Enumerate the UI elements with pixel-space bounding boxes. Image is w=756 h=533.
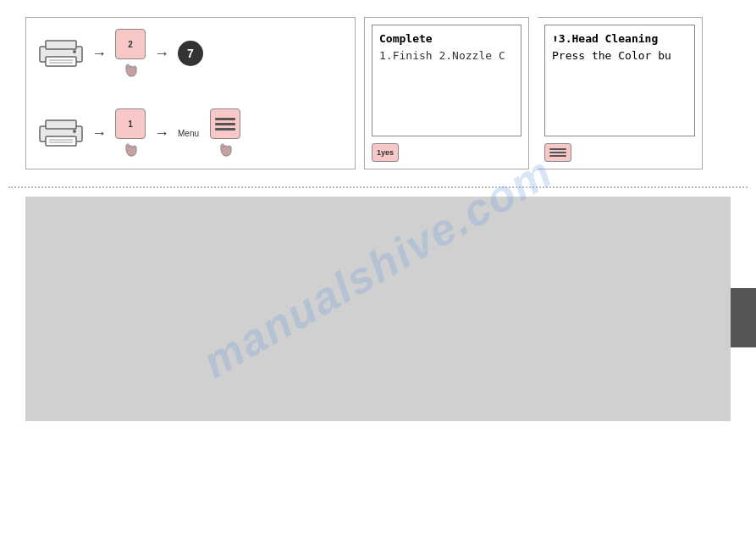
screen-menu-line-3	[549, 155, 566, 157]
bottom-content-area	[25, 197, 731, 421]
screen-line2: 1.Finish 2.Nozzle C	[379, 47, 514, 64]
screen-panel-1: Complete 1.Finish 2.Nozzle C 1yes	[364, 17, 529, 169]
button-1[interactable]: 1	[115, 108, 146, 139]
circle-badge-7: 7	[178, 41, 203, 66]
finger-icon-2	[121, 139, 140, 158]
screen-panel-2: ⬆3.Head Cleaning Press the Color bu	[538, 17, 703, 169]
svg-rect-2	[46, 57, 76, 66]
menu-line-2	[215, 123, 235, 125]
arrow-icon-4: →	[154, 125, 169, 142]
right-sidebar	[731, 288, 756, 347]
screen-btn-1[interactable]: 1yes	[372, 143, 399, 162]
svg-point-5	[73, 50, 76, 53]
screen-line4: Press the Color bu	[552, 47, 687, 64]
instruction-row-2: → 1 → Menu	[39, 108, 342, 158]
button-1-container: 1	[115, 108, 146, 158]
button-2[interactable]: 2	[115, 29, 146, 59]
printer-icon-2	[39, 119, 83, 147]
screen-line1: Complete	[379, 31, 514, 47]
menu-line-3	[215, 128, 235, 130]
screen-menu-line-1	[549, 148, 566, 150]
svg-rect-8	[46, 136, 76, 146]
finger-icon-1	[121, 59, 140, 78]
arrow-icon-1: →	[91, 45, 107, 63]
section-divider	[8, 186, 748, 188]
menu-line-1	[215, 118, 235, 120]
finger-icon-3	[216, 139, 235, 158]
button-2-container: 2	[115, 29, 146, 78]
menu-button-container	[210, 108, 240, 158]
screen-btn-2[interactable]	[544, 143, 571, 162]
instruction-row-1: → 2 → 7	[39, 29, 342, 78]
svg-point-11	[73, 130, 76, 133]
menu-label: Menu	[178, 129, 199, 138]
screen-menu-line-2	[549, 152, 566, 153]
svg-rect-1	[46, 41, 76, 49]
svg-rect-7	[46, 120, 76, 129]
instruction-panel: → 2 → 7	[25, 17, 356, 169]
top-section: → 2 → 7	[0, 0, 756, 186]
printer-icon	[39, 40, 83, 67]
screen-line3: ⬆3.Head Cleaning	[552, 31, 687, 47]
screen-display-2: ⬆3.Head Cleaning Press the Color bu	[544, 25, 695, 136]
screen-display-1: Complete 1.Finish 2.Nozzle C	[372, 25, 521, 136]
arrow-icon-3: →	[91, 125, 107, 142]
arrow-icon-2: →	[154, 45, 169, 63]
menu-button[interactable]	[210, 108, 240, 139]
